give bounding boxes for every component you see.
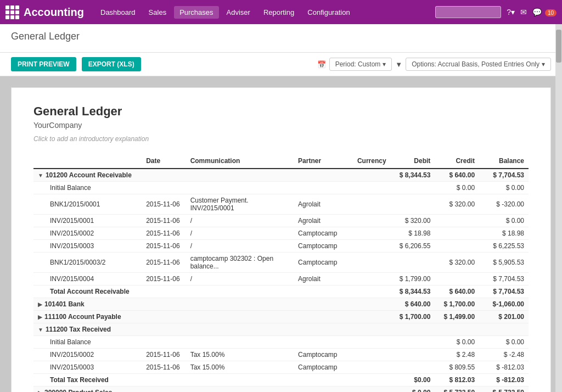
row-credit: $ 2.48: [435, 349, 479, 361]
page-wrapper: General Ledger PRINT PREVIEW EXPORT (XLS…: [0, 24, 562, 392]
col-balance: Balance: [479, 154, 529, 169]
account-label-111200: ▼111200 Tax Received: [33, 323, 391, 336]
row-label: Initial Balance: [33, 336, 391, 349]
expand-icon-111200[interactable]: ▼: [38, 327, 43, 333]
row-debit: $ 320.00: [391, 215, 435, 227]
row-ref[interactable]: INV/2015/0002: [33, 349, 142, 361]
row-debit: $ 18.98: [391, 227, 435, 240]
scrollbar-track[interactable]: [555, 24, 562, 392]
col-currency: Currency: [353, 154, 391, 169]
row-ref[interactable]: INV/2015/0003: [33, 361, 142, 374]
mail-icon[interactable]: ✉: [520, 8, 527, 16]
table-row: INV/2015/0002 2015-11-06 Tax 15.00% Camp…: [33, 349, 529, 361]
row-credit: [435, 227, 479, 240]
row-ref[interactable]: INV/2015/0002: [33, 227, 142, 240]
total-row-111200: Total Tax Received $0.00 $ 812.03 $ -812…: [33, 374, 529, 387]
row-balance: $ 0.00: [479, 182, 529, 194]
row-ref[interactable]: INV/2015/0004: [33, 273, 142, 285]
row-ref[interactable]: INV/2015/0003: [33, 240, 142, 253]
table-row: INV/2015/0003 2015-11-06 Tax 15.00% Camp…: [33, 361, 529, 374]
period-button[interactable]: Period: Custom ▾: [329, 58, 392, 71]
search-input[interactable]: [435, 6, 501, 18]
row-debit: [391, 336, 435, 349]
page-header: General Ledger: [0, 24, 562, 53]
col-date: Date: [142, 154, 186, 169]
account-label-111100: ▶111100 Account Payable: [33, 311, 391, 323]
row-balance: $ 0.00: [479, 215, 529, 227]
help-icon[interactable]: ?▾: [507, 8, 515, 16]
row-ref[interactable]: INV/2015/0001: [33, 215, 142, 227]
expand-icon-101401[interactable]: ▶: [38, 301, 42, 307]
total-balance-111200: $ -812.03: [479, 374, 529, 387]
row-debit: [391, 361, 435, 374]
row-comm: /: [186, 273, 294, 285]
table-row: Initial Balance $ 0.00 $ 0.00: [33, 182, 529, 194]
toolbar-right: 📅 Period: Custom ▾ ▼ Options: Accrual Ba…: [317, 58, 551, 71]
total-row-101200: Total Account Receivable $ 8,344.53 $ 64…: [33, 285, 529, 298]
total-credit-111200: $ 812.03: [435, 374, 479, 387]
options-button[interactable]: Options: Accrual Basis, Posted Entries O…: [406, 58, 551, 71]
row-credit: [435, 240, 479, 253]
table-header: Date Communication Partner Currency Debi…: [33, 154, 529, 169]
row-label: Initial Balance: [33, 182, 391, 194]
row-credit: $ 809.55: [435, 361, 479, 374]
row-currency: [353, 253, 391, 273]
expand-icon-111100[interactable]: ▶: [38, 314, 42, 320]
chat-icon[interactable]: 💬 10: [532, 8, 557, 16]
table-row: BNK1/2015/0001 2015-11-06 Customer Payme…: [33, 194, 529, 215]
ledger-table: Date Communication Partner Currency Debi…: [33, 154, 529, 392]
row-partner: Camptocamp: [294, 240, 353, 253]
account-balance-200000: $-5,733.50: [479, 387, 529, 393]
scrollbar-thumb[interactable]: [556, 30, 561, 63]
row-balance: $ -320.00: [479, 194, 529, 215]
row-partner: Camptocamp: [294, 227, 353, 240]
calendar-icon: 📅: [317, 60, 326, 69]
chevron-down-icon: ▾: [383, 60, 386, 68]
row-debit: [391, 194, 435, 215]
row-balance: $ 6,225.53: [479, 240, 529, 253]
table-row: INV/2015/0003 2015-11-06 / Camptocamp $ …: [33, 240, 529, 253]
export-xls-button[interactable]: EXPORT (XLS): [82, 57, 141, 71]
nav-purchases[interactable]: Purchases: [174, 6, 218, 19]
col-account: [33, 154, 142, 169]
account-balance-101200: $ 7,704.53: [479, 169, 529, 182]
report-title: General Ledger: [33, 104, 529, 119]
total-debit-111200: $0.00: [391, 374, 435, 387]
row-ref[interactable]: BNK1/2015/0003/2: [33, 253, 142, 273]
row-debit: $ 1,799.00: [391, 273, 435, 285]
table-row: BNK1/2015/0003/2 2015-11-06 camptocamp 3…: [33, 253, 529, 273]
account-credit-111100: $ 1,499.00: [435, 311, 479, 323]
total-label-101200: Total Account Receivable: [33, 285, 391, 298]
account-balance-111100: $ 201.00: [479, 311, 529, 323]
nav-reporting[interactable]: Reporting: [258, 6, 300, 19]
main-content: General Ledger YourCompany Click to add …: [0, 76, 562, 392]
col-partner: Partner: [294, 154, 353, 169]
row-partner: Agrolait: [294, 215, 353, 227]
print-preview-button[interactable]: PRINT PREVIEW: [11, 57, 76, 71]
row-date: 2015-11-06: [142, 227, 186, 240]
total-debit-101200: $ 8,344.53: [391, 285, 435, 298]
account-debit-111100: $ 1,700.00: [391, 311, 435, 323]
expand-icon-101200[interactable]: ▼: [38, 172, 43, 178]
row-comm: Tax 15.00%: [186, 349, 294, 361]
nav-dashboard[interactable]: Dashboard: [95, 6, 141, 19]
row-balance: $ 0.00: [479, 336, 529, 349]
nav-sales[interactable]: Sales: [143, 6, 172, 19]
row-date: 2015-11-06: [142, 361, 186, 374]
total-credit-101200: $ 640.00: [435, 285, 479, 298]
nav-configuration[interactable]: Configuration: [302, 6, 355, 19]
account-debit-200000: $ 0.00: [391, 387, 435, 393]
nav-adviser[interactable]: Adviser: [221, 6, 256, 19]
row-date: 2015-11-06: [142, 194, 186, 215]
chevron-down-icon: ▾: [542, 60, 545, 68]
account-credit-200000: $ 5,733.50: [435, 387, 479, 393]
expand-icon-200000[interactable]: ▶: [38, 390, 42, 392]
row-date: 2015-11-06: [142, 240, 186, 253]
total-balance-101200: $ 7,704.53: [479, 285, 529, 298]
row-partner: Camptocamp: [294, 361, 353, 374]
row-ref[interactable]: BNK1/2015/0001: [33, 194, 142, 215]
row-currency: [353, 361, 391, 374]
row-comm: /: [186, 240, 294, 253]
table-row: INV/2015/0004 2015-11-06 / Agrolait $ 1,…: [33, 273, 529, 285]
row-comm: Customer Payment. INV/2015/0001: [186, 194, 294, 215]
